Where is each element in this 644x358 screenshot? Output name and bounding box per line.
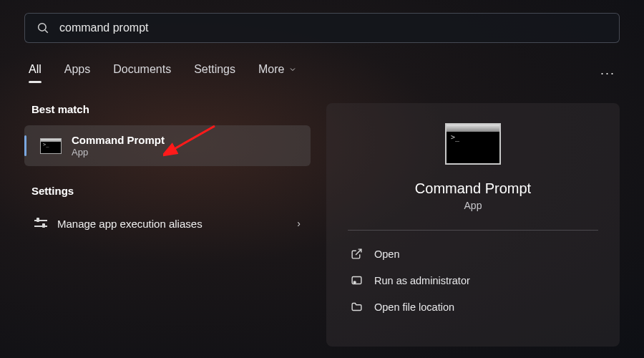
action-label: Run as administrator [374,275,470,286]
svg-line-2 [356,249,361,255]
tab-all[interactable]: All [29,63,42,83]
preview-title: Command Prompt [348,180,598,197]
svg-point-4 [353,281,356,284]
result-subtitle: App [72,147,165,158]
folder-icon [351,301,363,313]
action-open[interactable]: Open [348,241,598,267]
settings-heading: Settings [31,185,311,197]
divider [348,230,598,231]
tab-documents[interactable]: Documents [113,63,171,83]
settings-item-label: Manage app execution aliases [57,218,297,230]
preview-panel: Command Prompt App Open Run as administr… [326,103,620,347]
shield-icon [351,274,363,286]
tab-apps[interactable]: Apps [64,63,90,83]
overflow-menu-button[interactable]: ··· [600,66,615,81]
best-match-heading: Best match [31,103,311,115]
action-open-file-location[interactable]: Open file location [348,294,598,320]
tab-settings[interactable]: Settings [194,63,235,83]
action-run-admin[interactable]: Run as administrator [348,267,598,294]
search-bar[interactable] [24,13,620,43]
tab-more-label: More [258,63,284,76]
open-icon [351,248,363,260]
preview-subtitle: App [348,200,598,211]
search-input[interactable] [59,21,608,34]
chevron-down-icon [288,65,297,74]
result-command-prompt[interactable]: Command Prompt App [24,125,311,166]
settings-item-aliases[interactable]: Manage app execution aliases › [24,207,311,240]
svg-point-0 [39,24,47,32]
result-title: Command Prompt [72,134,165,146]
preview-app-icon [445,123,501,165]
chevron-right-icon: › [297,218,301,229]
filter-tabs: All Apps Documents Settings More ··· [29,63,615,83]
sliders-icon [34,217,47,230]
results-column: Best match Command Prompt App Settings M… [24,103,311,347]
action-label: Open [374,248,399,260]
action-label: Open file location [374,301,454,313]
search-icon [36,21,49,34]
svg-line-1 [45,30,48,33]
tab-more[interactable]: More [258,63,297,83]
command-prompt-icon [40,138,62,154]
